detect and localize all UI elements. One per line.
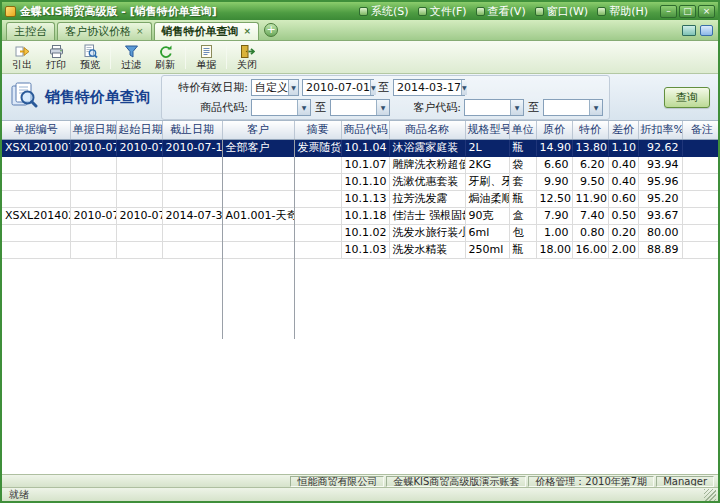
table-cell: 92.62 [638, 139, 682, 156]
close-button[interactable]: × [698, 5, 715, 18]
column-header[interactable]: 摘要 [294, 121, 341, 139]
table-row[interactable]: 10.1.02洗发水旅行装小包6ml包1.000.800.2080.00 [2, 224, 718, 241]
grid-pane-divider [222, 139, 223, 339]
tab-item[interactable]: 客户协议价格× [57, 22, 152, 40]
table-row[interactable]: 10.1.07雕牌洗衣粉超值装2KG袋6.606.200.4093.94 [2, 156, 718, 173]
column-header[interactable]: 商品名称 [389, 121, 465, 139]
current-user: Manager [656, 476, 714, 487]
query-form: 特价有效日期: 自定义 ▼ 2010-07-01 ▼ 至 2014-03-17 … [161, 75, 610, 120]
table-cell: 洗发水精装 [389, 241, 465, 258]
table-cell [222, 190, 294, 207]
chevron-down-icon[interactable]: ▼ [461, 80, 467, 95]
desktop-icon[interactable] [682, 25, 696, 36]
table-row[interactable]: 10.1.10洗漱优惠套装牙刷、牙膏套9.909.500.4095.96 [2, 173, 718, 190]
table-cell: 洗发水旅行装小包 [389, 224, 465, 241]
table-cell: 250ml [465, 241, 509, 258]
table-cell: 16.00 [572, 241, 608, 258]
table-cell: XSXL20100700001 [2, 139, 70, 156]
item-code-to-input[interactable]: ▼ [330, 99, 390, 116]
preview-icon [83, 44, 98, 59]
menu-item[interactable]: 文件(F) [418, 4, 467, 19]
column-header[interactable]: 规格型号 [465, 121, 509, 139]
tab-close-icon[interactable]: × [244, 27, 252, 36]
table-cell: 沐浴露家庭装 [389, 139, 465, 156]
table-row[interactable]: XSXL201402000012010-07-02010-07-102014-0… [2, 207, 718, 224]
add-tab-button[interactable]: + [264, 23, 278, 37]
table-cell: 佳洁士 强根固齿 [389, 207, 465, 224]
range-to-label: 至 [314, 100, 327, 115]
export-button[interactable]: 引出 [5, 42, 39, 73]
toolbar-button-label: 引出 [12, 59, 32, 71]
chevron-down-icon[interactable]: ▼ [288, 80, 298, 95]
table-cell [162, 156, 222, 173]
table-cell: 80.00 [638, 224, 682, 241]
refresh-icon [158, 44, 173, 59]
preview-button[interactable]: 预览 [73, 42, 107, 73]
table-cell [682, 173, 718, 190]
column-header[interactable]: 客户 [222, 121, 294, 139]
date-from-input[interactable]: 2010-07-01 ▼ [302, 79, 374, 96]
refresh-button[interactable]: 刷新 [148, 42, 182, 73]
column-header[interactable]: 特价 [572, 121, 608, 139]
table-cell [162, 190, 222, 207]
chevron-down-icon[interactable]: ▼ [510, 100, 523, 115]
column-header[interactable]: 差价 [608, 121, 638, 139]
chevron-down-icon[interactable]: ▼ [370, 80, 376, 95]
filter-button[interactable]: 过滤 [114, 42, 148, 73]
table-cell: 18.00 [536, 241, 572, 258]
date-mode-select[interactable]: 自定义 ▼ [251, 79, 299, 96]
table-cell: 焗油柔顺 [465, 190, 509, 207]
column-header[interactable]: 单位 [509, 121, 536, 139]
table-cell: 88.89 [638, 241, 682, 258]
table-row[interactable]: XSXL201007000012010-07-02010-07-012010-0… [2, 139, 718, 156]
data-grid[interactable]: 单据编号单据日期起始日期截止日期客户摘要商品代码商品名称规格型号单位原价特价差价… [2, 121, 718, 474]
search-button[interactable]: 查询 [664, 87, 710, 108]
message-icon[interactable] [700, 25, 713, 36]
chevron-down-icon[interactable]: ▼ [297, 100, 310, 115]
table-row[interactable]: 10.1.13拉芳洗发露焗油柔顺瓶12.5011.900.6095.20 [2, 190, 718, 207]
date-to-value: 2014-03-17 [397, 81, 461, 94]
customer-code-to-input[interactable]: ▼ [543, 99, 603, 116]
table-cell [116, 190, 162, 207]
column-header[interactable]: 原价 [536, 121, 572, 139]
minimize-button[interactable]: – [660, 5, 677, 18]
table-cell: 10.1.10 [341, 173, 389, 190]
document-button[interactable]: 单据 [189, 42, 223, 73]
column-header[interactable]: 折扣率% [638, 121, 682, 139]
tab-item[interactable]: 主控台 [6, 22, 55, 40]
table-cell: 12.50 [536, 190, 572, 207]
menu-item[interactable]: 帮助(H) [597, 4, 648, 19]
menu-item[interactable]: 窗口(W) [535, 4, 588, 19]
item-code-from-input[interactable]: ▼ [251, 99, 311, 116]
chevron-down-icon[interactable]: ▼ [589, 100, 602, 115]
table-cell: 2L [465, 139, 509, 156]
tab-label: 客户协议价格 [65, 24, 131, 39]
resize-grip[interactable] [704, 489, 716, 501]
column-header[interactable]: 起始日期 [116, 121, 162, 139]
column-header[interactable]: 单据日期 [70, 121, 116, 139]
column-header[interactable]: 单据编号 [2, 121, 70, 139]
title-bar: 金蝶KIS商贸高级版 - [销售特价单查询] 系统(S)文件(F)查看(V)窗口… [2, 2, 718, 20]
printer-button[interactable]: 打印 [39, 42, 73, 73]
tab-close-icon[interactable]: × [136, 27, 144, 36]
menu-item[interactable]: 查看(V) [476, 4, 526, 19]
menu-item[interactable]: 系统(S) [359, 4, 409, 19]
table-cell: 13.80 [572, 139, 608, 156]
tab-active[interactable]: 销售特价单查询× [154, 22, 260, 40]
toolbar-button-label: 刷新 [155, 59, 175, 71]
customer-code-from-input[interactable]: ▼ [464, 99, 524, 116]
app-window: 金蝶KIS商贸高级版 - [销售特价单查询] 系统(S)文件(F)查看(V)窗口… [0, 0, 720, 503]
chevron-down-icon[interactable]: ▼ [376, 100, 389, 115]
table-row[interactable]: 10.1.03洗发水精装250ml瓶18.0016.002.0088.89 [2, 241, 718, 258]
exit-button[interactable]: 关闭 [230, 42, 264, 73]
tabbar-right-icons [682, 25, 713, 40]
exit-icon [240, 44, 255, 59]
column-header[interactable]: 截止日期 [162, 121, 222, 139]
maximize-button[interactable]: □ [679, 5, 696, 18]
column-header[interactable]: 备注 [682, 121, 718, 139]
table-cell: 发票随货到 [294, 139, 341, 156]
table-cell: 袋 [509, 156, 536, 173]
table-cell: 2010-07-15 [162, 139, 222, 156]
date-to-input[interactable]: 2014-03-17 ▼ [393, 79, 465, 96]
column-header[interactable]: 商品代码 [341, 121, 389, 139]
